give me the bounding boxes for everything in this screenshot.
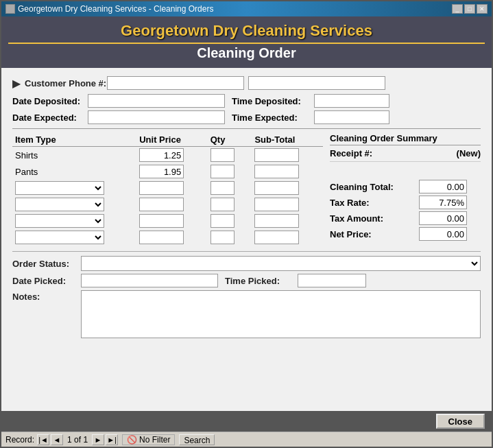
- header-divider: [8, 43, 485, 44]
- price-cell: [136, 229, 208, 246]
- qty-cell: [208, 180, 252, 196]
- subtotal-cell: [252, 229, 323, 246]
- price-input-shirts[interactable]: [139, 148, 184, 162]
- maximize-button[interactable]: □: [464, 4, 475, 14]
- item-cell: [12, 213, 136, 229]
- table-row: [12, 229, 323, 246]
- price-input-pants[interactable]: [139, 165, 184, 178]
- item-cell: [12, 180, 136, 196]
- record-count: 1 of 1: [67, 435, 88, 445]
- time-deposited-input[interactable]: 3:01:53 PM: [314, 94, 389, 108]
- notes-label: Notes:: [12, 290, 81, 302]
- time-expected-input[interactable]: [314, 110, 389, 124]
- header-section: Georgetown Dry Cleaning Services Cleanin…: [1, 16, 492, 68]
- customer-phone-input[interactable]: [107, 76, 244, 90]
- footer-bar: Close: [1, 411, 492, 432]
- time-deposited-row: Time Deposited: 3:01:53 PM: [232, 94, 389, 108]
- minimize-button[interactable]: _: [452, 4, 463, 14]
- qty-input-pants[interactable]: [211, 165, 235, 178]
- time-picked-label: Time Picked:: [225, 276, 293, 286]
- record-label: Record:: [5, 435, 34, 445]
- qty-cell: [208, 196, 252, 213]
- nav-next-button[interactable]: ►: [92, 434, 104, 445]
- title-bar-left: Georgetown Dry Cleaning Services - Clean…: [5, 4, 213, 14]
- summary-header: Cleaning Order Summary: [330, 133, 481, 145]
- subtotal-cell: [252, 147, 323, 164]
- price-cell: [136, 196, 208, 213]
- qty-cell: [208, 163, 252, 180]
- price-input-4[interactable]: [139, 198, 184, 211]
- item-cell: Pants: [12, 163, 136, 180]
- item-select-4[interactable]: [15, 198, 104, 211]
- tax-amount-input[interactable]: [419, 211, 467, 225]
- search-button[interactable]: Search: [179, 434, 215, 445]
- order-status-row: Order Status:: [12, 256, 481, 271]
- subtotal-input-3[interactable]: [254, 181, 299, 195]
- table-row: [12, 196, 323, 213]
- nav-prev-button[interactable]: ◄: [51, 434, 63, 445]
- app-icon: [5, 4, 15, 14]
- no-filter-button[interactable]: 🚫 No Filter: [122, 434, 175, 445]
- col-header-qty: Qty: [208, 133, 252, 147]
- time-picked-input[interactable]: [298, 274, 366, 287]
- price-input-5[interactable]: [139, 214, 184, 228]
- time-deposited-label: Time Deposited:: [232, 96, 314, 106]
- main-content: ▶ Customer Phone #: Date Deposited: Satu…: [1, 68, 492, 411]
- item-select-5[interactable]: [15, 214, 104, 228]
- qty-input-6[interactable]: [211, 231, 235, 244]
- subtotal-input-6[interactable]: [254, 231, 299, 244]
- item-select-3[interactable]: [15, 181, 104, 195]
- date-deposited-row: Date Deposited: Saturday, December 24, 2…: [12, 94, 225, 108]
- dates-left: Date Deposited: Saturday, December 24, 2…: [12, 94, 225, 124]
- qty-input-4[interactable]: [211, 198, 235, 211]
- item-name-pants: Pants: [15, 167, 38, 177]
- qty-input-shirts[interactable]: [211, 148, 235, 162]
- company-name: Georgetown Dry Cleaning Services: [8, 22, 485, 40]
- tax-amount-row: Tax Amount:: [330, 211, 481, 225]
- item-select-6[interactable]: [15, 231, 104, 244]
- col-header-subtotal: Sub-Total: [252, 133, 323, 147]
- price-input-3[interactable]: [139, 181, 184, 195]
- no-filter-label: No Filter: [139, 435, 170, 445]
- subtotal-input-pants[interactable]: [254, 165, 299, 178]
- nav-arrow: ▶: [12, 77, 22, 90]
- cleaning-total-input[interactable]: [419, 180, 467, 193]
- items-table-section: Item Type Unit Price Qty Sub-Total Shirt…: [12, 133, 323, 248]
- main-window: Georgetown Dry Cleaning Services - Clean…: [0, 0, 493, 448]
- subtotal-input-5[interactable]: [254, 214, 299, 228]
- net-price-input[interactable]: [419, 227, 467, 241]
- subtotal-input-shirts[interactable]: [254, 148, 299, 162]
- subtotal-cell: [252, 196, 323, 213]
- title-bar: Georgetown Dry Cleaning Services - Clean…: [1, 1, 492, 16]
- subtotal-input-4[interactable]: [254, 198, 299, 211]
- notes-textarea[interactable]: [81, 290, 481, 338]
- qty-input-5[interactable]: [211, 214, 235, 228]
- qty-input-3[interactable]: [211, 181, 235, 195]
- price-cell: [136, 147, 208, 164]
- qty-cell: [208, 147, 252, 164]
- item-cell: [12, 196, 136, 213]
- price-cell: [136, 213, 208, 229]
- subtotal-cell: [252, 180, 323, 196]
- customer-phone-row: ▶ Customer Phone #:: [12, 76, 481, 90]
- order-status-select[interactable]: [81, 256, 481, 271]
- nav-last-button[interactable]: ►|: [106, 434, 118, 445]
- receipt-value: (New): [457, 148, 481, 158]
- tax-rate-input[interactable]: [419, 196, 467, 209]
- date-picked-label: Date Picked:: [12, 276, 81, 286]
- close-window-button[interactable]: ✕: [477, 4, 488, 14]
- time-expected-label: Time Expected:: [232, 113, 314, 123]
- table-container: Item Type Unit Price Qty Sub-Total Shirt…: [12, 133, 481, 248]
- customer-phone-extra-input[interactable]: [248, 76, 385, 90]
- date-picked-input[interactable]: [81, 274, 218, 287]
- window-title: Georgetown Dry Cleaning Services - Clean…: [18, 4, 213, 14]
- price-input-6[interactable]: [139, 231, 184, 244]
- cleaning-total-row: Cleaning Total:: [330, 180, 481, 193]
- close-button[interactable]: Close: [436, 414, 485, 429]
- date-deposited-input[interactable]: Saturday, December 24, 2011: [88, 94, 225, 108]
- table-row: Shirts: [12, 147, 323, 164]
- date-expected-label: Date Expected:: [12, 113, 88, 123]
- date-expected-input[interactable]: [88, 110, 225, 124]
- nav-first-button[interactable]: |◄: [37, 434, 49, 445]
- col-header-item: Item Type: [12, 133, 136, 147]
